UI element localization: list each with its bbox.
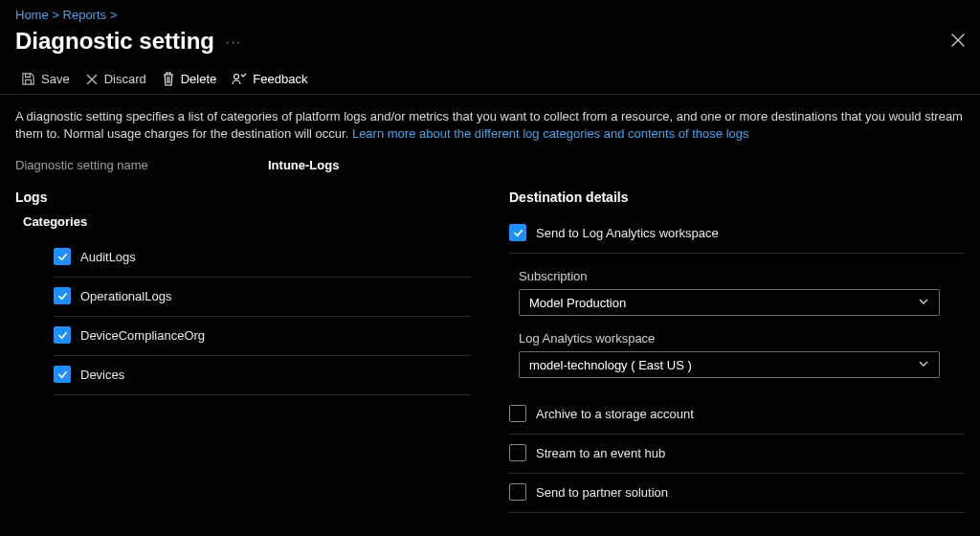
dest-send-law[interactable]: Send to Log Analytics workspace — [509, 214, 965, 254]
discard-button[interactable]: Discard — [85, 72, 146, 86]
subscription-label: Subscription — [519, 269, 965, 283]
subscription-select[interactable]: Model Production — [519, 289, 940, 316]
save-button[interactable]: Save — [21, 72, 70, 86]
log-category-devicecomplianceorg[interactable]: DeviceComplianceOrg — [54, 317, 471, 356]
destination-title: Destination details — [509, 190, 965, 205]
log-category-label: OperationalLogs — [80, 289, 171, 303]
checkbox-checked-icon[interactable] — [54, 287, 71, 304]
feedback-icon — [232, 72, 247, 86]
workspace-value: model-technology ( East US ) — [529, 358, 692, 372]
save-icon — [21, 72, 35, 86]
more-menu-icon[interactable]: ··· — [226, 34, 242, 49]
workspace-label: Log Analytics workspace — [519, 331, 965, 346]
name-field-input[interactable] — [264, 156, 456, 174]
learn-more-link[interactable]: Learn more about the different log categ… — [352, 126, 749, 141]
page-title: Diagnostic setting — [15, 28, 214, 55]
save-label: Save — [41, 72, 70, 86]
chevron-down-icon — [918, 296, 929, 310]
discard-icon — [85, 73, 99, 86]
breadcrumb-home[interactable]: Home — [15, 8, 49, 22]
categories-label: Categories — [23, 214, 471, 229]
chevron-right-icon: > — [110, 8, 118, 22]
log-category-devices[interactable]: Devices — [54, 356, 471, 395]
log-category-label: Devices — [80, 368, 124, 382]
close-icon[interactable] — [951, 32, 965, 52]
dest-send-law-label: Send to Log Analytics workspace — [536, 226, 719, 240]
svg-point-0 — [234, 75, 239, 79]
dest-stream-label: Stream to an event hub — [536, 446, 665, 460]
checkbox-icon[interactable] — [509, 444, 526, 461]
chevron-right-icon: > — [52, 8, 59, 22]
checkbox-checked-icon[interactable] — [54, 326, 71, 344]
feedback-label: Feedback — [253, 72, 307, 86]
delete-icon — [162, 72, 175, 86]
toolbar: Save Discard Delete Feedback — [0, 66, 980, 95]
log-category-label: AuditLogs — [80, 250, 136, 264]
title-row: Diagnostic setting ··· — [0, 26, 980, 66]
log-category-operationallogs[interactable]: OperationalLogs — [54, 278, 471, 317]
delete-button[interactable]: Delete — [162, 72, 217, 86]
checkbox-checked-icon[interactable] — [509, 224, 526, 241]
logs-title: Logs — [15, 190, 471, 205]
checkbox-icon[interactable] — [509, 483, 526, 501]
discard-label: Discard — [104, 72, 146, 86]
dest-partner-solution[interactable]: Send to partner solution — [509, 474, 965, 513]
delete-label: Delete — [181, 72, 217, 86]
dest-partner-label: Send to partner solution — [536, 485, 668, 500]
feedback-button[interactable]: Feedback — [232, 72, 307, 86]
breadcrumb-reports[interactable]: Reports — [63, 8, 107, 22]
log-category-label: DeviceComplianceOrg — [80, 328, 205, 343]
workspace-select[interactable]: model-technology ( East US ) — [519, 351, 940, 378]
log-category-auditlogs[interactable]: AuditLogs — [54, 238, 471, 278]
name-field-row: Diagnostic setting name — [0, 148, 980, 184]
dest-archive-label: Archive to a storage account — [536, 407, 694, 421]
logs-column: Logs Categories AuditLogs OperationalLog… — [15, 190, 471, 513]
description: A diagnostic setting specifies a list of… — [0, 95, 980, 148]
checkbox-checked-icon[interactable] — [54, 366, 71, 383]
dest-stream-eventhub[interactable]: Stream to an event hub — [509, 435, 965, 474]
checkbox-checked-icon[interactable] — [54, 248, 71, 265]
destination-column: Destination details Send to Log Analytic… — [509, 190, 965, 513]
checkbox-icon[interactable] — [509, 405, 526, 422]
dest-archive-storage[interactable]: Archive to a storage account — [509, 395, 965, 435]
name-field-label: Diagnostic setting name — [15, 158, 245, 172]
breadcrumb: Home > Reports > — [0, 0, 980, 26]
chevron-down-icon — [918, 358, 929, 372]
subscription-value: Model Production — [529, 296, 626, 310]
